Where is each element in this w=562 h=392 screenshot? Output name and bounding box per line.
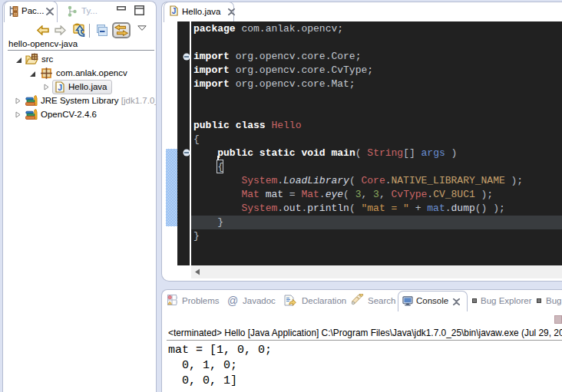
svg-text:J: J — [172, 7, 177, 15]
svg-text:J: J — [58, 83, 62, 92]
